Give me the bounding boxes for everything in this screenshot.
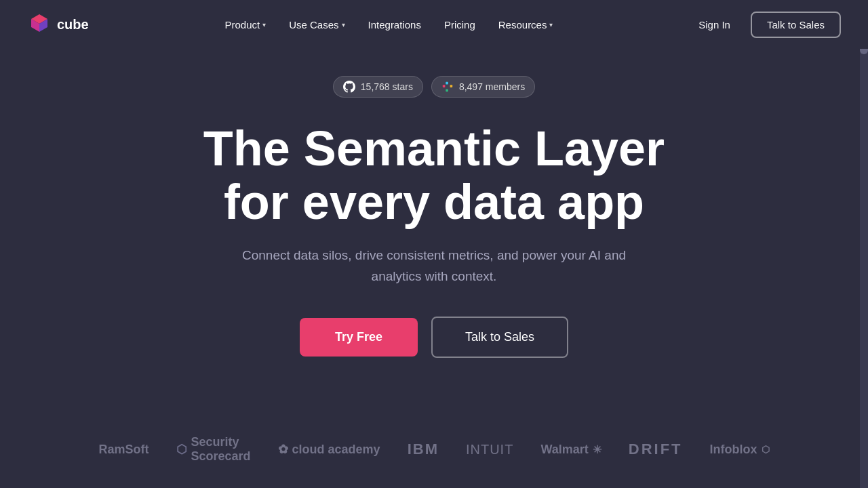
security-scorecard-icon: ⬡: [176, 442, 187, 457]
hero-title: The Semantic Layer for every data app: [203, 122, 665, 229]
product-chevron-icon: ▾: [262, 21, 266, 28]
hero-badges: 15,768 stars 8,497 members: [333, 76, 535, 98]
svg-rect-4: [450, 85, 452, 87]
logo-text: cube: [57, 17, 89, 33]
ibm-text: IBM: [408, 441, 439, 458]
logo-walmart: Walmart ✳: [540, 443, 601, 457]
security-scorecard-text: SecurityScorecard: [191, 435, 251, 464]
svg-rect-1: [443, 85, 446, 87]
use-cases-chevron-icon: ▾: [342, 21, 345, 28]
try-free-button[interactable]: Try Free: [300, 318, 418, 357]
talk-to-sales-button[interactable]: Talk to Sales: [431, 317, 568, 358]
logo-intuit: INTUIT: [466, 442, 513, 458]
logo-drift: DRIFT: [629, 441, 683, 458]
nav-integrations[interactable]: Integrations: [359, 14, 431, 36]
nav-resources[interactable]: Resources ▾: [489, 14, 563, 36]
logo-security-scorecard: ⬡ SecurityScorecard: [176, 435, 251, 464]
infoblox-text: Infoblox: [710, 443, 757, 457]
community-icon: [441, 81, 454, 93]
logo[interactable]: cube: [27, 12, 89, 37]
github-icon: [343, 81, 355, 93]
hero-buttons: Try Free Talk to Sales: [300, 317, 568, 358]
scrollbar[interactable]: [860, 0, 868, 488]
navbar: cube Product ▾ Use Cases ▾ Integrations …: [0, 0, 868, 49]
stars-badge[interactable]: 15,768 stars: [333, 76, 423, 98]
nav-product[interactable]: Product ▾: [215, 14, 275, 36]
cloud-academy-text: cloud academy: [292, 443, 380, 457]
hero-section: 15,768 stars 8,497 members The Semantic …: [0, 49, 868, 435]
logo-ramsoft: RamSoft: [98, 443, 149, 457]
ramsoft-text: RamSoft: [98, 443, 149, 457]
cube-logo-icon: [27, 12, 52, 37]
cloud-academy-icon: ✿: [278, 442, 288, 457]
hero-subtitle: Connect data silos, drive consistent met…: [231, 245, 637, 287]
stars-count: 15,768 stars: [361, 81, 413, 92]
logo-infoblox: Infoblox ⬡: [710, 443, 770, 457]
intuit-text: INTUIT: [466, 442, 513, 458]
drift-text: DRIFT: [629, 441, 683, 458]
walmart-text: Walmart: [540, 443, 588, 457]
svg-rect-3: [446, 89, 448, 92]
resources-chevron-icon: ▾: [549, 21, 553, 28]
sign-in-button[interactable]: Sign In: [689, 14, 740, 36]
logos-section: RamSoft ⬡ SecurityScorecard ✿ cloud acad…: [0, 435, 868, 488]
logo-ibm: IBM: [408, 441, 439, 458]
svg-rect-2: [446, 82, 448, 85]
nav-links: Product ▾ Use Cases ▾ Integrations Prici…: [215, 14, 562, 36]
nav-talk-to-sales-button[interactable]: Talk to Sales: [751, 12, 841, 38]
nav-use-cases[interactable]: Use Cases ▾: [279, 14, 354, 36]
nav-actions: Sign In Talk to Sales: [689, 12, 841, 38]
members-badge[interactable]: 8,497 members: [431, 76, 535, 98]
members-count: 8,497 members: [459, 81, 525, 92]
nav-pricing[interactable]: Pricing: [435, 14, 485, 36]
infoblox-icon: ⬡: [762, 444, 770, 455]
logo-cloud-academy: ✿ cloud academy: [278, 442, 380, 457]
walmart-icon: ✳: [593, 443, 601, 456]
